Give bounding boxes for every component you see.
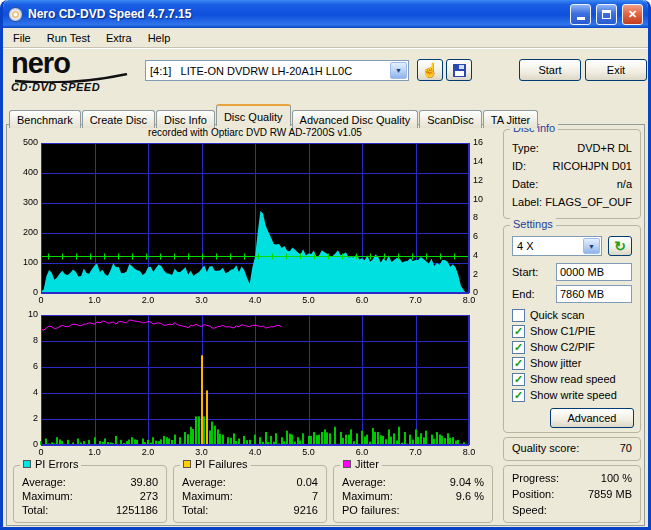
disc-info-label: Label: — [512, 196, 542, 208]
stat-value: 0.04 — [297, 476, 318, 488]
disc-info-groupbox: Disc info Type:DVD+R DL ID:RICOHJPN D01 … — [503, 129, 641, 219]
maximize-button[interactable] — [596, 4, 617, 25]
disc-info-value: RICOHJPN D01 — [553, 160, 632, 172]
pi-errors-stats-title: PI Errors — [35, 458, 78, 470]
stat-label: Maximum: — [22, 490, 73, 502]
quality-score-box: Quality score:70 — [503, 437, 641, 461]
pi-errors-stats-box: PI Errors Average:39.80 Maximum:273 Tota… — [13, 465, 167, 523]
stat-value: 9216 — [294, 504, 318, 516]
minimize-icon — [577, 17, 585, 20]
stat-label: Total: — [22, 504, 48, 516]
save-results-button[interactable] — [446, 59, 472, 81]
scan-speed-combobox[interactable]: 4 X ▼ — [512, 236, 602, 256]
drive-combobox-value: [4:1] LITE-ON DVDRW LH-20A1H LL0C — [146, 65, 389, 77]
pi-errors-legend-swatch — [23, 460, 31, 468]
settings-title: Settings — [510, 218, 556, 230]
tab-scandisc[interactable]: ScanDisc — [419, 110, 481, 128]
exit-button[interactable]: Exit — [585, 59, 647, 81]
eject-disc-button[interactable]: ☝ — [417, 59, 443, 81]
pi-failures-legend-swatch — [183, 460, 191, 468]
nero-logo: nero CD·DVD SPEED — [11, 50, 145, 100]
tab-create-disc[interactable]: Create Disc — [82, 110, 155, 128]
pi-failures-stats-box: PI Failures Average:0.04 Maximum:7 Total… — [173, 465, 327, 523]
stat-label: Average: — [22, 476, 66, 488]
checkbox-show-jitter[interactable]: Show jitter — [512, 356, 636, 370]
end-field-label: End: — [512, 288, 535, 300]
tab-strip: BenchmarkCreate DiscDisc InfoDisc Qualit… — [9, 104, 539, 126]
pi-failures-stats-title: PI Failures — [195, 458, 248, 470]
position-value: 7859 MB — [588, 488, 632, 500]
start-position-field[interactable]: 0000 MB — [556, 263, 632, 281]
speed-label: Speed: — [512, 504, 547, 516]
advanced-button[interactable]: Advanced — [550, 408, 634, 428]
stat-label: Total: — [182, 504, 208, 516]
disc-info-value: DVD+R DL — [577, 142, 632, 154]
tab-advanced-disc-quality[interactable]: Advanced Disc Quality — [292, 110, 419, 128]
hand-icon: ☝ — [421, 63, 438, 77]
stat-label: Average: — [182, 476, 226, 488]
chevron-down-icon[interactable]: ▼ — [390, 62, 407, 79]
stat-value: 1251186 — [116, 504, 158, 516]
stat-value: 9.04 % — [450, 476, 484, 488]
menu-run-test[interactable]: Run Test — [39, 29, 98, 47]
checkbox-box — [512, 309, 525, 322]
stat-label: Maximum: — [342, 490, 393, 502]
checkbox-box — [512, 341, 525, 354]
checkbox-show-write-speed[interactable]: Show write speed — [512, 388, 636, 402]
scan-speed-value: 4 X — [513, 240, 582, 252]
close-icon: ✕ — [628, 8, 637, 21]
position-label: Position: — [512, 488, 554, 500]
tab-ta-jitter[interactable]: TA Jitter — [483, 110, 539, 128]
checkbox-show-c2-pif[interactable]: Show C2/PIF — [512, 340, 636, 354]
drive-combobox[interactable]: [4:1] LITE-ON DVDRW LH-20A1H LL0C ▼ — [145, 60, 409, 81]
pi-errors-chart — [11, 139, 499, 309]
tab-benchmark[interactable]: Benchmark — [9, 110, 81, 128]
checkbox-show-c1-pie[interactable]: Show C1/PIE — [512, 324, 636, 338]
end-position-field[interactable]: 7860 MB — [556, 285, 632, 303]
tab-disc-quality[interactable]: Disc Quality — [216, 104, 291, 126]
tab-disc-info[interactable]: Disc Info — [156, 110, 215, 128]
checkbox-box — [512, 389, 525, 402]
quality-score-value: 70 — [620, 442, 632, 454]
checkbox-label: Show jitter — [530, 357, 581, 369]
floppy-icon — [453, 64, 466, 77]
checkbox-label: Show C1/PIE — [530, 325, 595, 337]
jitter-stats-box: Jitter Average:9.04 % Maximum:9.6 % PO f… — [333, 465, 493, 523]
disc-info-label: Date: — [512, 178, 538, 190]
maximize-icon — [602, 10, 611, 19]
stat-label: PO failures: — [342, 504, 399, 516]
checkbox-show-read-speed[interactable]: Show read speed — [512, 372, 636, 386]
menu-file[interactable]: File — [5, 29, 39, 47]
checkbox-box — [512, 373, 525, 386]
checkbox-quick-scan[interactable]: Quick scan — [512, 308, 636, 322]
checkbox-label: Show write speed — [530, 389, 617, 401]
chevron-down-icon[interactable]: ▼ — [583, 238, 600, 254]
start-button[interactable]: Start — [519, 59, 581, 81]
chart-title: recorded with Optiarc DVD RW AD-7200S v1… — [11, 127, 499, 138]
title-bar[interactable]: Nero CD-DVD Speed 4.7.7.15 ✕ — [3, 0, 648, 28]
stat-label: Average: — [342, 476, 386, 488]
close-button[interactable]: ✕ — [622, 4, 643, 25]
window-title: Nero CD-DVD Speed 4.7.7.15 — [28, 7, 565, 21]
disc-info-value: FLAGS_OF_OUF — [545, 196, 632, 208]
jitter-stats-title: Jitter — [355, 458, 379, 470]
progress-value: 100 % — [601, 472, 632, 484]
refresh-button[interactable]: ↻ — [608, 236, 632, 256]
stat-value: 39.80 — [130, 476, 158, 488]
stat-value: 7 — [312, 490, 318, 502]
stat-label: Maximum: — [182, 490, 233, 502]
menu-help[interactable]: Help — [140, 29, 179, 47]
start-field-label: Start: — [512, 266, 538, 278]
minimize-button[interactable] — [570, 4, 591, 25]
cd-dvd-speed-logo-text: CD·DVD SPEED — [11, 81, 145, 93]
checkbox-label: Quick scan — [530, 309, 584, 321]
progress-label: Progress: — [512, 472, 559, 484]
checkbox-box — [512, 357, 525, 370]
progress-box: Progress:100 % Position:7859 MB Speed: — [503, 465, 641, 523]
disc-quality-tab-page: recorded with Optiarc DVD RW AD-7200S v1… — [6, 124, 645, 526]
app-icon — [8, 7, 23, 22]
app-window: Nero CD-DVD Speed 4.7.7.15 ✕ File Run Te… — [0, 0, 651, 530]
refresh-icon: ↻ — [614, 239, 626, 253]
checkbox-label: Show C2/PIF — [530, 341, 595, 353]
menu-extra[interactable]: Extra — [98, 29, 140, 47]
